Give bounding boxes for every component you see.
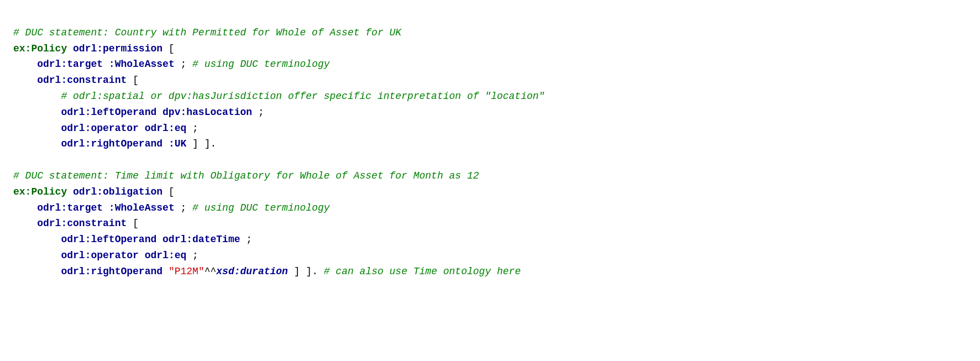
plain-text: ^^ — [205, 266, 217, 277]
plain-text: ; — [175, 59, 192, 70]
plain-text — [156, 107, 163, 118]
plain-text — [13, 202, 37, 213]
keyword: odrl:constraint — [37, 218, 127, 229]
inline-comment: # using DUC terminology — [192, 202, 329, 213]
inline-comment: # using DUC terminology — [192, 59, 329, 70]
keyword: odrl:eq — [145, 123, 187, 134]
plain-text — [67, 186, 73, 197]
plain-text: ; — [175, 202, 192, 213]
code-line: ex:Policy odrl:permission [ — [13, 41, 967, 57]
prefix: ex:Policy — [13, 43, 67, 54]
italic-keyword: xsd:duration — [216, 266, 288, 277]
keyword: dpv:hasLocation — [163, 107, 252, 118]
code-line: odrl:operator odrl:eq ; — [13, 121, 967, 137]
plain-text — [103, 59, 109, 70]
keyword: odrl:rightOperand — [61, 266, 163, 277]
keyword: odrl:target — [37, 202, 103, 213]
code-line: odrl:leftOperand dpv:hasLocation ; — [13, 104, 967, 121]
string-literal: "P12M" — [169, 266, 205, 277]
plain-text — [13, 218, 37, 229]
code-line: ex:Policy odrl:obligation [ — [13, 184, 967, 200]
inline-comment: # can also use Time ontology here — [324, 266, 521, 277]
plain-text: ; — [186, 250, 198, 261]
plain-text: [ — [163, 43, 175, 54]
code-display: # DUC statement: Country with Permitted … — [13, 9, 967, 280]
prefix: ex:Policy — [13, 186, 67, 197]
plain-text — [13, 123, 61, 134]
code-line: odrl:constraint [ — [13, 216, 967, 232]
code-line: odrl:target :WholeAsset ; # using DUC te… — [13, 56, 967, 72]
code-line: # DUC statement: Country with Permitted … — [13, 25, 967, 41]
keyword: odrl:leftOperand — [61, 107, 156, 118]
code-line: odrl:operator odrl:eq ; — [13, 248, 967, 264]
keyword: :UK — [169, 138, 186, 149]
plain-text: ; — [186, 123, 198, 134]
keyword: odrl:operator — [61, 123, 138, 134]
keyword: :WholeAsset — [109, 202, 175, 213]
plain-text — [13, 107, 61, 118]
plain-text: ] ]. — [288, 266, 324, 277]
plain-text — [139, 123, 145, 134]
plain-text — [13, 250, 61, 261]
plain-text — [103, 202, 109, 213]
comment-text: # odrl:spatial or dpv:hasJurisdiction of… — [13, 91, 544, 102]
keyword: :WholeAsset — [109, 59, 175, 70]
plain-text: [ — [127, 75, 139, 86]
plain-text: ; — [240, 234, 253, 245]
code-line: odrl:rightOperand "P12M"^^xsd:duration ]… — [13, 264, 967, 280]
plain-text — [13, 59, 37, 70]
code-line: odrl:leftOperand odrl:dateTime ; — [13, 232, 967, 248]
keyword: odrl:constraint — [37, 75, 127, 86]
code-line: odrl:target :WholeAsset ; # using DUC te… — [13, 200, 967, 216]
keyword: odrl:rightOperand — [61, 138, 163, 149]
keyword: odrl:eq — [145, 250, 187, 261]
code-line: # odrl:spatial or dpv:hasJurisdiction of… — [13, 88, 967, 104]
comment-text: # DUC statement: Time limit with Obligat… — [13, 170, 479, 181]
keyword: odrl:permission — [73, 43, 163, 54]
comment-text: # DUC statement: Country with Permitted … — [13, 27, 401, 38]
keyword: odrl:target — [37, 59, 103, 70]
plain-text — [139, 250, 145, 261]
plain-text: [ — [163, 186, 175, 197]
plain-text — [13, 234, 61, 245]
code-line: # DUC statement: Time limit with Obligat… — [13, 168, 967, 184]
plain-text: [ — [127, 218, 139, 229]
plain-text — [13, 138, 61, 149]
plain-text — [67, 43, 73, 54]
plain-text: ] ]. — [186, 138, 216, 149]
keyword: odrl:operator — [61, 250, 138, 261]
code-line: odrl:constraint [ — [13, 72, 967, 88]
plain-text — [163, 266, 169, 277]
keyword: odrl:obligation — [73, 186, 163, 197]
plain-text — [13, 75, 37, 86]
keyword: odrl:leftOperand — [61, 234, 156, 245]
plain-text — [13, 266, 61, 277]
blank-line — [13, 152, 967, 168]
keyword: odrl:dateTime — [163, 234, 240, 245]
plain-text — [163, 138, 169, 149]
plain-text: ; — [252, 107, 264, 118]
code-line: odrl:rightOperand :UK ] ]. — [13, 136, 967, 152]
plain-text — [156, 234, 163, 245]
